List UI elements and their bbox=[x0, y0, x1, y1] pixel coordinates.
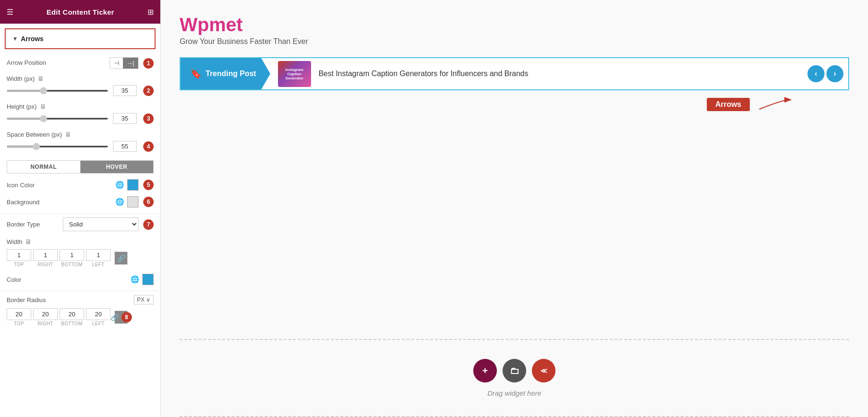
arrow-pos-right-btn[interactable]: →| bbox=[123, 58, 138, 69]
border-color-label: Color bbox=[7, 276, 21, 283]
width-input[interactable]: 35 bbox=[113, 85, 137, 96]
background-color-controls: 🌐 6 bbox=[115, 196, 154, 208]
border-top-input[interactable]: 1 bbox=[7, 249, 31, 261]
callout-5: 5 bbox=[143, 180, 154, 190]
border-left-group: 1 LEFT bbox=[86, 249, 111, 267]
br-left-input[interactable]: 20 bbox=[86, 308, 111, 320]
border-color-globe-icon[interactable]: 🌐 bbox=[130, 275, 139, 284]
br-right-label: RIGHT bbox=[37, 321, 53, 326]
arrow-position-label: Arrow Position bbox=[7, 59, 46, 66]
panel-body: ▼ Arrows Arrow Position ⊣ →| 1 Width (px… bbox=[0, 24, 160, 417]
border-radius-label: Border Radius bbox=[7, 296, 46, 304]
folder-btn[interactable]: 🗀 bbox=[503, 359, 526, 382]
arrows-section-toggle[interactable]: ▼ Arrows bbox=[5, 28, 156, 49]
arrow-pos-left-btn[interactable]: ⊣ bbox=[110, 58, 123, 69]
normal-hover-tabs: NORMAL HOVER bbox=[7, 160, 154, 174]
arrows-badge: Arrows bbox=[707, 98, 750, 111]
border-left-input[interactable]: 1 bbox=[86, 249, 111, 261]
height-input[interactable]: 35 bbox=[113, 113, 137, 124]
background-color-swatch[interactable] bbox=[127, 196, 139, 208]
border-bottom-label: BOTTOM bbox=[61, 262, 83, 267]
br-top-group: 20 TOP bbox=[7, 308, 31, 326]
border-right-group: 1 RIGHT bbox=[33, 249, 58, 267]
widget-buttons: + 🗀 ≪ bbox=[473, 359, 556, 382]
preview-area: Wpmet Grow Your Business Faster Than Eve… bbox=[161, 0, 868, 339]
tab-normal[interactable]: NORMAL bbox=[7, 161, 80, 173]
br-bottom-input[interactable]: 20 bbox=[60, 308, 84, 320]
border-width-monitor-icon: 🖥 bbox=[25, 238, 32, 245]
border-top-group: 1 TOP bbox=[7, 249, 31, 267]
border-right-label: RIGHT bbox=[37, 262, 53, 267]
panel-header: ☰ Edit Content Ticker ⊞ bbox=[0, 0, 160, 24]
ticker-wrapper: 🔖 Trending Post Instagram Caption Genera… bbox=[180, 57, 849, 90]
left-panel: ☰ Edit Content Ticker ⊞ ▼ Arrows Arrow P… bbox=[0, 0, 161, 417]
callout-7: 7 bbox=[143, 219, 154, 230]
section-label: Arrows bbox=[21, 35, 43, 43]
widget-drop-area: + 🗀 ≪ Drag widget here bbox=[161, 340, 868, 416]
ticker-label-text: Trending Post bbox=[206, 70, 256, 78]
border-left-label: LEFT bbox=[92, 262, 104, 267]
ticker-thumbnail: Instagram Caption Generator bbox=[278, 61, 311, 87]
ticker-content: Instagram Caption Generator Best Instagr… bbox=[270, 61, 807, 87]
add-widget-btn[interactable]: + bbox=[473, 359, 497, 382]
height-slider-container: 35 3 bbox=[7, 113, 154, 124]
border-bottom-input[interactable]: 1 bbox=[60, 249, 84, 261]
icon-color-controls: 🌐 5 bbox=[115, 179, 154, 191]
ticker-bookmark-icon: 🔖 bbox=[190, 68, 202, 79]
width-slider[interactable] bbox=[7, 90, 108, 92]
callout-1: 1 bbox=[143, 58, 154, 69]
ticker-prev-btn[interactable]: ‹ bbox=[807, 65, 825, 82]
border-radius-inputs: 20 TOP 20 RIGHT 20 BOTTOM 20 LEFT 🔗 8 bbox=[7, 308, 154, 326]
space-label: Space Between (px) 🖥 bbox=[7, 130, 71, 138]
border-top-label: TOP bbox=[14, 262, 24, 267]
callout-6: 6 bbox=[143, 197, 154, 207]
br-right-group: 20 RIGHT bbox=[33, 308, 58, 326]
border-color-controls: 🌐 bbox=[130, 274, 154, 285]
border-type-select[interactable]: None Solid Dashed Dotted Double bbox=[63, 217, 139, 231]
divider-1 bbox=[0, 51, 160, 52]
icon-color-swatch[interactable] bbox=[127, 179, 139, 191]
right-panel: Wpmet Grow Your Business Faster Than Eve… bbox=[161, 0, 868, 417]
elementor-btn[interactable]: ≪ bbox=[532, 359, 556, 382]
width-monitor-icon: 🖥 bbox=[37, 75, 44, 82]
br-top-input[interactable]: 20 bbox=[7, 308, 31, 320]
height-slider[interactable] bbox=[7, 118, 108, 120]
border-color-swatch[interactable] bbox=[142, 274, 154, 285]
ticker-text: Best Instagram Caption Generators for In… bbox=[319, 70, 800, 78]
space-slider-container: 55 4 bbox=[7, 141, 154, 152]
border-right-input[interactable]: 1 bbox=[33, 249, 58, 261]
br-right-input[interactable]: 20 bbox=[33, 308, 58, 320]
br-link-icon[interactable]: 🔗 8 bbox=[114, 311, 128, 324]
border-width-inputs: 1 TOP 1 RIGHT 1 BOTTOM 1 LEFT 🔗 bbox=[7, 249, 154, 267]
icon-color-globe-icon[interactable]: 🌐 bbox=[115, 181, 124, 189]
height-label: Height (px) 🖥 bbox=[7, 103, 46, 110]
drop-label: Drag widget here bbox=[487, 389, 541, 397]
grid-icon[interactable]: ⊞ bbox=[148, 8, 154, 17]
border-width-section: Width 🖥 1 TOP 1 RIGHT 1 BOTTOM 1 L bbox=[0, 236, 160, 272]
br-bottom-group: 20 BOTTOM bbox=[60, 308, 84, 326]
divider-2 bbox=[0, 213, 160, 214]
divider-3 bbox=[0, 291, 160, 291]
border-radius-unit[interactable]: PX ∨ bbox=[134, 295, 154, 304]
hamburger-icon[interactable]: ☰ bbox=[7, 8, 13, 17]
ticker-arrows: ‹ › bbox=[807, 65, 848, 82]
br-top-label: TOP bbox=[14, 321, 24, 326]
callout-8: 8 bbox=[122, 312, 132, 322]
tab-hover[interactable]: HOVER bbox=[80, 161, 154, 173]
br-bottom-label: BOTTOM bbox=[61, 321, 83, 326]
ticker-next-btn[interactable]: › bbox=[826, 65, 843, 82]
height-monitor-icon: 🖥 bbox=[40, 103, 46, 110]
space-input[interactable]: 55 bbox=[113, 141, 137, 152]
height-slider-row: Height (px) 🖥 35 3 bbox=[0, 101, 160, 129]
background-label: Background bbox=[7, 199, 39, 206]
space-slider[interactable] bbox=[7, 146, 108, 148]
border-radius-section: Border Radius PX ∨ 20 TOP 20 RIGHT 20 BO… bbox=[0, 293, 160, 331]
border-type-row: Border Type None Solid Dashed Dotted Dou… bbox=[0, 216, 160, 236]
callout-4: 4 bbox=[143, 141, 154, 152]
arrows-annotation-container: Arrows bbox=[180, 95, 849, 114]
icon-color-row: Icon Color 🌐 5 bbox=[0, 177, 160, 194]
background-globe-icon[interactable]: 🌐 bbox=[115, 198, 124, 206]
border-link-icon[interactable]: 🔗 bbox=[114, 252, 128, 265]
brand-title: Wpmet bbox=[180, 14, 849, 35]
arrows-annotation: Arrows bbox=[180, 95, 849, 114]
